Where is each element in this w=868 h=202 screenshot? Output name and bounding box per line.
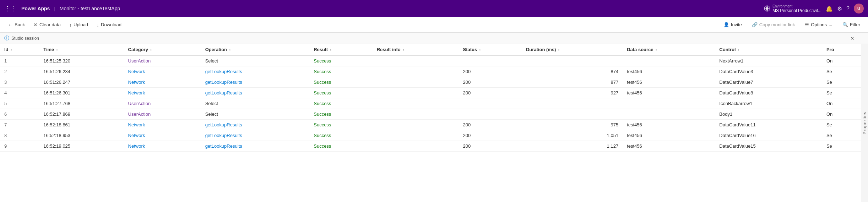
table-row[interactable]: 9 16:52:19.025 Network getLookupResults …	[0, 141, 861, 152]
cell-data-source	[623, 55, 715, 66]
table-row[interactable]: 1 16:51:25.320 UserAction Select Success…	[0, 55, 861, 66]
cell-control: DataCardValue15	[715, 141, 822, 152]
search-icon: 🔍	[842, 22, 848, 27]
cell-result: Success	[309, 66, 372, 77]
person-icon: 👤	[723, 22, 729, 27]
cell-id: 6	[0, 109, 39, 120]
bell-icon[interactable]: 🔔	[826, 5, 833, 12]
waffle-icon[interactable]: ⋮⋮	[4, 5, 17, 12]
cell-result-info	[373, 130, 459, 141]
cell-status: 200	[459, 88, 521, 98]
back-button[interactable]: ← Back	[4, 21, 28, 29]
download-button[interactable]: ↓ Download	[93, 21, 125, 29]
cell-category: Network	[124, 130, 201, 141]
cell-control: NextArrow1	[715, 55, 822, 66]
cell-operation: Select	[201, 55, 310, 66]
cell-pro: Se	[822, 141, 861, 152]
cell-operation: getLookupResults	[201, 77, 310, 88]
session-close-icon[interactable]: ✕	[850, 36, 855, 41]
cell-time: 16:52:18.953	[39, 130, 124, 141]
cell-result-info	[373, 88, 459, 98]
data-table: Id ↕ Time ↕ Category ↕ Operation ↕ Resul…	[0, 44, 861, 152]
col-result[interactable]: Result ↕	[309, 44, 372, 55]
info-icon: ⓘ	[4, 35, 9, 42]
col-duration[interactable]: Duration (ms) ↕	[522, 44, 623, 55]
table-header-row: Id ↕ Time ↕ Category ↕ Operation ↕ Resul…	[0, 44, 861, 55]
col-time[interactable]: Time ↕	[39, 44, 124, 55]
cell-duration: 975	[522, 120, 623, 130]
table-row[interactable]: 7 16:52:18.861 Network getLookupResults …	[0, 120, 861, 130]
cell-pro: On	[822, 55, 861, 66]
table-row[interactable]: 4 16:51:26.301 Network getLookupResults …	[0, 88, 861, 98]
cell-time: 16:52:19.025	[39, 141, 124, 152]
cell-result: Success	[309, 141, 372, 152]
toolbar: ← Back ✕ Clear data ↑ Upload ↓ Download …	[0, 17, 868, 33]
table-row[interactable]: 3 16:51:26.247 Network getLookupResults …	[0, 77, 861, 88]
page-title: Monitor - testLanceTestApp	[60, 6, 120, 11]
cell-control: DataCardValue16	[715, 130, 822, 141]
options-button[interactable]: ☰ Options ⌄	[801, 21, 836, 29]
clear-data-button[interactable]: ✕ Clear data	[30, 21, 64, 29]
cell-data-source: test456	[623, 120, 715, 130]
table-row[interactable]: 6 16:52:17.869 UserAction Select Success…	[0, 109, 861, 120]
properties-sidebar[interactable]: Properties	[861, 44, 868, 202]
cell-duration	[522, 98, 623, 109]
table-row[interactable]: 5 16:51:27.768 UserAction Select Success…	[0, 98, 861, 109]
cell-status	[459, 55, 521, 66]
toolbar-right: 👤 Invite 🔗 Copy monitor link ☰ Options ⌄…	[720, 21, 864, 29]
col-id[interactable]: Id ↕	[0, 44, 39, 55]
col-pro[interactable]: Pro	[822, 44, 861, 55]
cell-status: 200	[459, 66, 521, 77]
cell-data-source: test456	[623, 77, 715, 88]
top-nav: ⋮⋮ Power Apps | Monitor - testLanceTestA…	[0, 0, 868, 17]
cell-pro: Se	[822, 120, 861, 130]
help-icon[interactable]: ?	[846, 5, 850, 12]
back-icon: ←	[8, 22, 13, 28]
table-row[interactable]: 2 16:51:26.234 Network getLookupResults …	[0, 66, 861, 77]
col-data-source[interactable]: Data source ↕	[623, 44, 715, 55]
cell-time: 16:51:26.234	[39, 66, 124, 77]
cell-id: 3	[0, 77, 39, 88]
cell-control: Body1	[715, 109, 822, 120]
cell-pro: Se	[822, 130, 861, 141]
cell-result: Success	[309, 130, 372, 141]
cell-result-info	[373, 120, 459, 130]
cell-time: 16:52:17.869	[39, 109, 124, 120]
settings-icon[interactable]: ⚙	[837, 5, 842, 12]
col-result-info[interactable]: Result info ↕	[373, 44, 459, 55]
link-icon: 🔗	[752, 22, 758, 27]
avatar[interactable]: U	[854, 4, 864, 13]
filter-button[interactable]: 🔍 Filter	[839, 21, 864, 29]
cell-status: 200	[459, 77, 521, 88]
cell-control: DataCardValue3	[715, 66, 822, 77]
cell-duration: 874	[522, 66, 623, 77]
filter-label: Filter	[850, 22, 860, 27]
cell-pro: Se	[822, 66, 861, 77]
table-row[interactable]: 8 16:52:18.953 Network getLookupResults …	[0, 130, 861, 141]
cell-result-info	[373, 109, 459, 120]
cell-duration: 1,127	[522, 141, 623, 152]
cell-operation: getLookupResults	[201, 130, 310, 141]
cell-time: 16:51:26.247	[39, 77, 124, 88]
col-operation[interactable]: Operation ↕	[201, 44, 310, 55]
col-category[interactable]: Category ↕	[124, 44, 201, 55]
invite-label: Invite	[731, 22, 742, 27]
cell-result: Success	[309, 88, 372, 98]
cell-id: 4	[0, 88, 39, 98]
clear-data-label: Clear data	[39, 22, 61, 27]
cell-category: Network	[124, 66, 201, 77]
copy-monitor-button[interactable]: 🔗 Copy monitor link	[748, 21, 798, 29]
copy-monitor-label: Copy monitor link	[759, 22, 795, 27]
env-label: Environment	[772, 4, 821, 8]
cell-result: Success	[309, 109, 372, 120]
cell-operation: getLookupResults	[201, 120, 310, 130]
cell-data-source: test456	[623, 66, 715, 77]
col-control[interactable]: Control ↕	[715, 44, 822, 55]
back-label: Back	[15, 22, 25, 27]
environment-block[interactable]: Environment MS Personal Productivit...	[764, 4, 821, 13]
cell-time: 16:51:27.768	[39, 98, 124, 109]
top-nav-right: Environment MS Personal Productivit... 🔔…	[764, 4, 864, 13]
col-status[interactable]: Status ↕	[459, 44, 521, 55]
invite-button[interactable]: 👤 Invite	[720, 21, 745, 29]
upload-button[interactable]: ↑ Upload	[66, 21, 92, 29]
